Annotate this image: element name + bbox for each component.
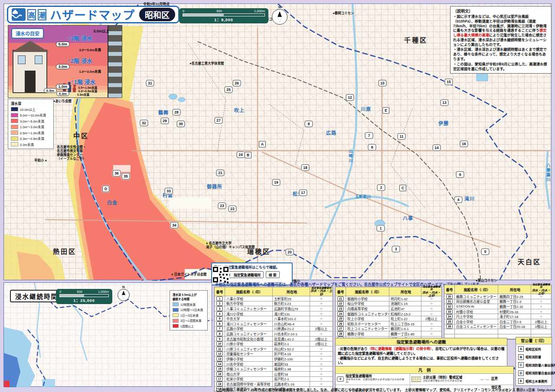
row-number-badge: 2: [216, 301, 223, 306]
table-row: 9 名古屋市昭和文化小劇場 花見通1-41-2 2階以上: [215, 337, 333, 342]
legend-item: — — 区界: [479, 374, 514, 385]
table-row: 10 川原小学校 萩原町2-1 2階以上: [215, 341, 333, 347]
shelter-marker: 36: [113, 170, 121, 177]
pill-1m: 1.0m: [56, 84, 70, 89]
duration-legend-label: 12時間～1日未満: [180, 308, 203, 312]
facility-name: 白金コミュニティセンター: [455, 324, 498, 329]
facility-name: 岡谷鋼機名古屋公会堂: [455, 299, 498, 304]
table-row: 25 吹上小学校 吹上町1-22 2階以上: [336, 316, 441, 321]
office-name: 昭和消防署: [526, 355, 541, 359]
facility-name: STATION Ai: [455, 304, 498, 309]
facility-name: 名古屋国際中学校・高等学校: [225, 382, 273, 386]
row-number-badge: 6: [216, 321, 223, 326]
legend-sublabel: 命を守るため、災害の危険からまずは逃げるための場所。: [346, 378, 408, 383]
color-swatch: [173, 302, 179, 306]
facility-address: 折戸町4-16: [273, 352, 310, 356]
facility-name: 村雲小学校: [455, 309, 498, 314]
shelter-flag: 2階以上: [310, 337, 333, 341]
facility-address: 池端町1-15: [389, 301, 421, 306]
table-row: 11 川原コミュニティセンター 向山町1-52-2 ○: [215, 347, 333, 352]
label-under03m: 0.3m未満: [77, 92, 89, 97]
row-number-badge: 34: [446, 314, 453, 319]
ward-label: 千種区: [404, 35, 428, 44]
shelter-marker: 24: [237, 152, 245, 158]
pill-05m: 0.5m: [44, 88, 57, 93]
shelter-marker: 2: [377, 185, 385, 191]
facility-name: 伊勝コミュニティセンター: [225, 366, 273, 371]
shelter-flag: ○: [421, 331, 441, 336]
shelter-marker: 33: [165, 188, 173, 194]
row-number-badge: 31: [446, 299, 453, 304]
search-button[interactable]: 検 索: [266, 271, 280, 278]
poi-label: ● 日本ガイシみずほ会館: [171, 272, 207, 276]
area-label: 滝川: [464, 195, 475, 202]
depth-legend-item: 0.3m～0.5m未満: [11, 136, 51, 141]
facility-name: 南山大学: [225, 372, 273, 376]
duration-legend-label: 3日～1週間未満: [180, 318, 201, 323]
row-number-badge: 5: [216, 316, 223, 321]
depth-legend-label: 0.3m～0.5m未満: [20, 136, 44, 141]
office-item: D 昭和消防署白金出張所: [518, 370, 549, 376]
scale-1000: 1,000m: [254, 10, 265, 13]
other-ward-note: ※他区の指定緊急避難場所への避難可否は、各区の各種ハザードマップをご覧ください。…: [215, 282, 483, 287]
duration-legend-item: 1週間以上: [173, 324, 205, 328]
explanation-panel: 〔説明文〕 ・図に示す浸水などは、中心気圧は室戸台風級（910hPa）、移動速度…: [450, 6, 552, 74]
family-figure: [73, 87, 76, 92]
table-row: 13 伊勝小学校 伊勝町2-100 ○: [215, 356, 333, 362]
area-label: 伊勝: [438, 120, 449, 126]
office-name: 昭和消防署八事出張所: [526, 363, 555, 367]
floor3-label: ↑3階 浸水: [67, 34, 92, 42]
table-row: 34 円上中学校 滝子町17-18 ○: [444, 314, 551, 319]
shelter-flag: [531, 329, 551, 334]
table-row: 3 八事コミュニティセンター 広路町字南山79 ○: [215, 306, 333, 311]
shelter-flag: 2階以上: [531, 319, 551, 324]
shelter-marker: 20: [286, 249, 294, 256]
floor2-label: ↑2階 浸水: [67, 56, 92, 64]
facility-name: 児童福祉センター: [225, 352, 273, 356]
qr-code[interactable]: [212, 266, 229, 283]
office-name: 昭和消防署白金出張所: [526, 371, 555, 375]
legend-item: 0 指定緊急避難場所命を守るため、災害の危険からまずは逃げるための場所。: [336, 374, 410, 385]
facility-name: 中京大学: [225, 316, 273, 321]
shelter-flag: ○: [531, 299, 551, 304]
depth-legend-label: 3.0m～5.0m未満: [20, 119, 44, 123]
shelter-marker: E: [382, 107, 389, 114]
depth-legend-label: 0.3m未満: [20, 142, 34, 147]
shelter-flag: ○: [310, 362, 333, 366]
facility-address: 長戸町2-1: [273, 377, 310, 382]
row-number-badge: 25: [337, 316, 344, 321]
table-row: 16 南山大学 山里町18 ○: [215, 372, 333, 377]
row-number-badge: 27: [337, 326, 344, 331]
color-swatch: [11, 130, 18, 135]
poi-label: ●あいち会館: [53, 99, 72, 103]
north-compass-icon: N: [272, 9, 287, 25]
shelter-table-3: 番号 施設名称（□印） 所在地 指定緊急避難場所洪水・内水・土砂 30 鶴舞コミ…: [444, 285, 552, 340]
duration-legend-item: 1日～3日未満: [173, 313, 205, 317]
shelter-flag: ○: [310, 382, 333, 386]
facility-name: 滝川小学校: [225, 311, 273, 316]
shelter-flag: ○: [531, 314, 551, 319]
office-letter-box: E: [518, 378, 524, 384]
facility-address: 吹上二丁目6-15: [389, 321, 421, 326]
facility-address: 白金二丁目2-5: [498, 319, 531, 324]
depth-legend-item: 5.0m～10.0m未満: [11, 113, 51, 117]
facility-address: 鶴舞一丁目1-3: [498, 299, 531, 304]
facility-name: 昭和スポーツセンター: [346, 321, 389, 326]
sub-compass-n: N: [122, 285, 125, 289]
facility-address: 明月町1-32: [389, 296, 421, 301]
shelter-flag: ○: [310, 301, 333, 306]
depth-legend-label: 1.0m～3.0m未満: [20, 124, 44, 129]
table-header: 番号 施設名称（□印） 所在地 指定緊急避難場所洪水・内水・土砂: [336, 287, 441, 296]
row-number-badge: 13: [216, 356, 223, 361]
shelter-flag: ○: [421, 296, 441, 301]
facility-name: 桜山中学校: [346, 301, 389, 306]
shelter-marker: 16: [460, 141, 468, 147]
office-item: A 昭和区役所: [518, 346, 549, 352]
poi-label: 名古屋市女性会館・ 名古屋市男女平等 参画推進センター （イーブルなごや）: [57, 145, 86, 161]
facility-name: 川原コミュニティセンター: [225, 347, 273, 351]
facility-name: 川名中学校: [225, 362, 273, 366]
shelter-marker: 22: [229, 206, 237, 212]
color-swatch: [173, 313, 179, 317]
river-label: 五軒家川: [355, 194, 371, 199]
depth-legend-item: 0.3m未満: [11, 142, 51, 147]
